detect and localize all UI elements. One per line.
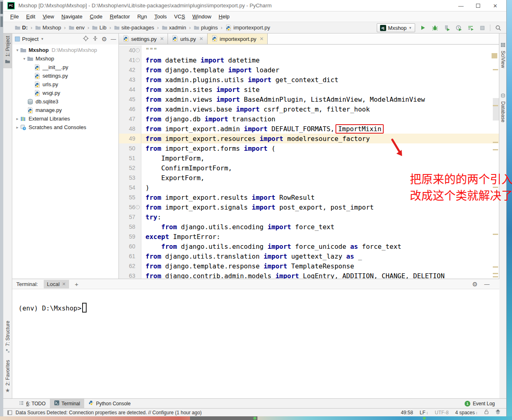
gear-icon[interactable]: ⚙ [102,36,107,42]
line-number[interactable]: 56− [119,202,141,212]
code-line-63[interactable]: 63from django.contrib.admin.models impor… [119,271,499,279]
tree-item-db-sqlite3[interactable]: db.sqlite3 [12,97,118,106]
code-editor[interactable]: 40−"""41−from datetime import datetime42… [119,45,499,279]
code-line-62[interactable]: 62from django.template.response import T… [119,261,499,271]
stripe-button-sciview[interactable]: SciView [499,39,506,70]
inspections-hector-icon[interactable] [495,409,501,416]
tree-item-mxshop[interactable]: ▾Mxshop [12,54,118,63]
code-line-47[interactable]: 47from django.db import transaction [119,114,499,124]
code-line-56[interactable]: 56−from import_export.signals import pos… [119,202,499,212]
code-line-41[interactable]: 41−from datetime import datetime [119,55,499,65]
fold-marker-icon[interactable]: − [136,205,140,209]
menu-item-vcs[interactable]: VCS [170,13,189,20]
new-terminal-session-button[interactable]: + [75,281,78,288]
menu-item-window[interactable]: Window [189,13,215,20]
tool-window-switcher-icon[interactable] [7,410,12,415]
code-line-49[interactable]: 49from import_export.resources import mo… [119,134,499,143]
tree-item-init-py[interactable]: __init__.py [12,63,118,71]
line-number[interactable]: 62 [119,261,141,271]
line-number[interactable]: 63 [119,271,141,279]
line-number[interactable]: 46 [119,104,141,114]
tree-item-mxshop[interactable]: ▾MxshopD:\Mxshop\Mxshop [12,46,118,54]
breadcrumb-item-env[interactable]: env [69,25,85,31]
run-configuration-select[interactable]: dj Mxshop ▼ [377,23,415,32]
menu-item-help[interactable]: Help [215,13,233,20]
line-number[interactable]: 45 [119,94,141,104]
line-number[interactable]: 47 [119,114,141,124]
line-number[interactable]: 41− [119,55,141,65]
code-line-54[interactable]: 54) [119,183,499,192]
line-number[interactable]: 57 [119,212,141,222]
editor-tab-urls-py[interactable]: urls.py✕ [168,34,207,44]
line-number[interactable]: 48 [119,124,141,134]
menu-item-navigate[interactable]: Navigate [58,13,86,20]
line-number[interactable]: 51 [119,153,141,163]
line-number[interactable]: 60 [119,241,141,251]
tree-item-external-libraries[interactable]: ▸External Libraries [12,114,118,123]
tree-item-wsgi-py[interactable]: wsgi.py [12,89,118,97]
stripe-button-2-favorites[interactable]: 2: Favorites★ [3,357,12,396]
terminal-output[interactable]: (env) D:\Mxshop> [12,289,499,313]
line-number[interactable]: 61 [119,251,141,261]
event-log-button[interactable]: 1Event Log [465,401,506,407]
breadcrumb-item-d[interactable]: D: [15,25,28,31]
search-everywhere-button[interactable] [494,23,502,32]
breadcrumb-item-mxshop[interactable]: Mxshop [35,25,61,31]
code-line-58[interactable]: 58 from django.utils.encoding import for… [119,222,499,232]
code-line-45[interactable]: 45from xadmin.views import BaseAdminPlug… [119,94,499,104]
line-number[interactable]: 55 [119,192,141,202]
code-line-46[interactable]: 46from xadmin.views.base import csrf_pro… [119,104,499,114]
menu-item-edit[interactable]: Edit [22,13,39,20]
menu-item-refactor[interactable]: Refactor [106,13,134,20]
code-line-61[interactable]: 61from django.utils.translation import u… [119,251,499,261]
code-line-50[interactable]: 50from import_export.forms import ( [119,143,499,153]
editor-tab-settings-py[interactable]: settings.py✕ [119,34,168,44]
menu-item-run[interactable]: Run [134,13,151,20]
code-line-60[interactable]: 60 from django.utils.encoding import for… [119,241,499,251]
locate-file-button[interactable] [83,36,89,42]
menu-item-file[interactable]: File [7,13,22,20]
code-line-44[interactable]: 44from xadmin.sites import site [119,85,499,94]
scrollbar-thumb[interactable] [493,98,499,121]
line-number[interactable]: 53 [119,173,141,183]
maximize-button[interactable] [470,3,487,9]
toolwindow-button-python-console[interactable]: Python Console [84,399,135,409]
run-anything-button[interactable] [466,23,474,32]
line-number[interactable]: 40− [119,45,141,55]
code-line-43[interactable]: 43from xadmin.plugins.utils import get_c… [119,75,499,85]
line-number[interactable]: 43 [119,75,141,85]
code-line-52[interactable]: 52 ConfirmImportForm, [119,163,499,173]
chevron-expanded-icon[interactable]: ▾ [15,48,20,52]
code-line-59[interactable]: 59except ImportError: [119,232,499,241]
editor-tab-importexport-py[interactable]: importexport.py✕ [208,34,268,44]
code-line-42[interactable]: 42from django.template import loader [119,65,499,75]
tree-item-settings-py[interactable]: settings.py [12,71,118,80]
run-button[interactable] [419,23,427,32]
line-number[interactable]: 52 [119,163,141,173]
code-line-48[interactable]: 48from import_export.admin import DEFAUL… [119,124,499,134]
line-ending-select[interactable]: LF↕ [420,410,428,416]
stop-button[interactable] [478,23,486,32]
status-message[interactable]: Data Sources Detected: Connection proper… [16,410,202,416]
close-icon[interactable]: ✕ [259,36,264,42]
stripe-button-7-structure[interactable]: 7: Structure [3,318,12,357]
breadcrumb-item-plugins[interactable]: plugins [194,25,218,31]
lock-icon[interactable] [484,409,489,416]
gear-icon[interactable]: ⚙ [472,281,478,287]
profiler-button[interactable] [454,23,463,32]
line-number[interactable]: 50 [119,143,141,153]
fold-marker-icon[interactable]: − [136,58,140,62]
fold-marker-icon[interactable]: − [136,48,140,52]
collapse-all-button[interactable] [92,36,98,42]
breadcrumb-item-xadmin[interactable]: xadmin [162,25,186,31]
code-line-55[interactable]: 55from import_export.results import RowR… [119,192,499,202]
line-number[interactable]: 42 [119,65,141,75]
close-icon[interactable]: ✕ [160,36,164,42]
line-number[interactable]: 59 [119,232,141,241]
chevron-collapsed-icon[interactable]: ▸ [15,125,20,130]
stripe-button-1-project[interactable]: 1: Project [3,34,12,68]
file-encoding[interactable]: UTF-8 [435,410,449,416]
close-button[interactable]: ✕ [487,3,504,9]
menu-item-code[interactable]: Code [86,13,106,20]
toolwindow-button-6-todo[interactable]: 6: TODO [15,399,50,409]
